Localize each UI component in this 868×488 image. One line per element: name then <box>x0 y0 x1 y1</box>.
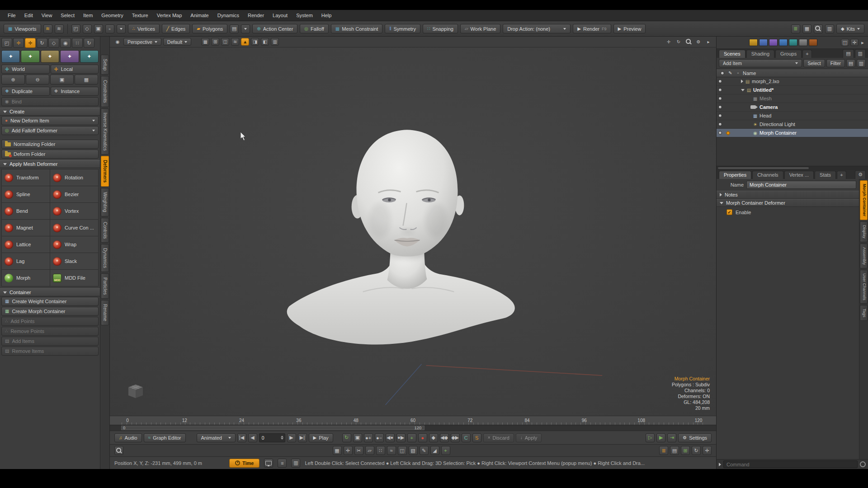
tab-deformers[interactable]: Deformers <box>101 156 109 187</box>
bind-button[interactable]: ◉Bind <box>1 97 99 106</box>
vertex-dots-icon[interactable]: ∷ <box>376 446 385 455</box>
dynamics-palette-icon[interactable] <box>789 39 797 46</box>
add-item-dropdown[interactable]: Add Item <box>719 59 802 67</box>
snap-tool-icon[interactable]: ∷ <box>72 38 83 48</box>
properties-gear-icon[interactable]: ⚙ <box>855 170 866 179</box>
notes-section-header[interactable]: Notes <box>717 191 859 199</box>
unparent-tool-icon[interactable]: ⊖ <box>26 75 49 84</box>
pan-view-icon[interactable]: ✛ <box>665 38 673 46</box>
rotate-tool-icon[interactable]: ↻ <box>37 38 47 48</box>
orbit-view-icon[interactable]: ↻ <box>675 38 683 46</box>
tab-scenes[interactable]: Scenes <box>719 50 745 58</box>
measure-icon[interactable]: ◢ <box>430 446 439 455</box>
tree-row-mesh[interactable]: ▦ Mesh <box>717 94 868 103</box>
expander-icon[interactable] <box>741 80 743 83</box>
deformer-lag[interactable]: Lag <box>2 253 50 269</box>
symmetry-button[interactable]: ‖Symmetry <box>385 24 420 33</box>
curve-icon[interactable]: ≈ <box>387 446 396 455</box>
scale-tool-icon[interactable]: ◇ <box>48 38 59 48</box>
compensate-icon[interactable]: ▣ <box>50 75 74 84</box>
viewports-button[interactable]: ▦Viewports <box>4 24 41 33</box>
grid-toggle-icon[interactable]: ▦ <box>201 38 209 46</box>
enable-checkbox[interactable]: ✓ <box>726 209 732 215</box>
world-axis-button[interactable]: ✛World <box>1 65 50 74</box>
uv-palette-icon[interactable] <box>759 39 768 46</box>
morph-container-deformer-header[interactable]: Morph Container Deformer <box>717 199 859 207</box>
tab-inverse-kinematics[interactable]: Inverse Kinematics <box>101 108 109 155</box>
tree-row-current-scene[interactable]: ▤ Untitled* <box>717 86 868 94</box>
play-range-icon[interactable]: ▶ <box>656 433 665 442</box>
scissors-icon[interactable]: ✂ <box>354 446 363 455</box>
go-to-end-icon[interactable]: ▶| <box>298 433 307 442</box>
matcap-icon[interactable]: ≋ <box>231 38 239 46</box>
select-mode-icon[interactable]: ◰ <box>71 24 80 33</box>
active-shading-icon[interactable]: ▲ <box>241 38 249 46</box>
kit-palette-icon[interactable] <box>809 39 817 46</box>
add-points-button[interactable]: ∴Add Points <box>1 317 99 326</box>
sync-icon[interactable]: ↻ <box>692 446 701 455</box>
work-plane-button[interactable]: ▱Work Plane <box>460 24 500 33</box>
item-list-empty-area[interactable] <box>717 137 868 166</box>
deformer-mdd-file[interactable]: MDDMDD File <box>50 270 98 286</box>
menu-file[interactable]: File <box>4 11 20 19</box>
timeline-ruler[interactable]: 0 12 24 36 48 60 72 84 96 108 120 <box>110 416 716 425</box>
add-tab-button[interactable]: + <box>802 50 811 58</box>
render-button[interactable]: ▶RenderF9 <box>573 24 611 33</box>
deformer-enabled-icon[interactable] <box>726 131 731 135</box>
ik-palette-icon[interactable]: ✦ <box>1 50 20 63</box>
menu-help[interactable]: Help <box>317 11 336 19</box>
viewport-options-icon[interactable]: ◉ <box>113 38 122 46</box>
deformer-vortex[interactable]: Vortex <box>50 203 98 219</box>
instance-button[interactable]: ❖Instance <box>51 87 99 96</box>
list-options-icon[interactable]: ▤ <box>843 49 854 58</box>
item-name-field[interactable] <box>746 181 856 189</box>
tab-rename[interactable]: Rename <box>101 300 109 325</box>
paint-palette-icon[interactable] <box>749 39 758 46</box>
tab-weighting[interactable]: Weighting <box>101 188 109 216</box>
create-section-header[interactable]: Create <box>0 108 100 116</box>
shading-dropdown[interactable]: Default <box>163 38 191 46</box>
timeline-range-bar[interactable]: 0 120 <box>110 425 716 431</box>
select-dropdown-icon[interactable] <box>117 24 126 33</box>
pivot-tool-icon[interactable]: ◉ <box>60 38 71 48</box>
tree-row-morph-container[interactable]: ◉ Morph Container <box>717 129 868 137</box>
cube-primitive-icon[interactable]: ▦ <box>333 446 342 455</box>
frame-input[interactable] <box>259 435 281 441</box>
element-select-icon[interactable]: ▫ <box>105 24 114 33</box>
quad-view-icon[interactable]: ⊞ <box>211 38 219 46</box>
remove-points-button[interactable]: ∴Remove Points <box>1 327 99 336</box>
tree-row-directional-light[interactable]: ☀ Directional Light <box>717 120 868 129</box>
deformer-morph[interactable]: Morph <box>2 270 50 286</box>
graph-editor-button[interactable]: ≈Graph Editor <box>144 433 186 442</box>
eye-icon[interactable] <box>718 105 722 109</box>
select-tool-icon[interactable]: ◰ <box>1 38 12 48</box>
tree-row-scene-file[interactable]: ▤ morph_2.lxo <box>717 77 868 86</box>
falloff-button[interactable]: ◎Falloff <box>300 24 329 33</box>
frame-spinner[interactable] <box>281 436 285 440</box>
rtab-assembly[interactable]: Assembly <box>860 244 868 268</box>
step-forward-icon[interactable]: ⇥ <box>667 433 676 442</box>
settings-button[interactable]: ⚙Settings <box>678 433 712 442</box>
transform-tool-icon[interactable]: ✛ <box>25 38 36 48</box>
panel-pin-icon[interactable]: ✛ <box>850 39 859 46</box>
create-morph-container-button[interactable]: ▦Create Morph Container <box>1 307 99 316</box>
deformer-lattice[interactable]: Lattice <box>2 236 50 253</box>
command-input[interactable] <box>723 460 858 468</box>
setup-palette-icon[interactable] <box>799 39 807 46</box>
new-deform-item-dropdown[interactable]: ●New Deform Item <box>1 116 99 125</box>
rtab-user-channels[interactable]: User Channels <box>860 270 868 304</box>
move-tool-icon[interactable]: ✛ <box>13 38 24 48</box>
deformer-curve-constraint[interactable]: Curve Con ... <box>50 220 98 236</box>
viewport-more-icon[interactable]: ▸ <box>704 38 712 46</box>
menu-view[interactable]: View <box>38 11 57 19</box>
tab-controls[interactable]: Controls <box>101 218 109 243</box>
shape-key-icon[interactable]: S <box>472 433 481 442</box>
tab-setup[interactable]: Setup <box>101 55 109 75</box>
menu-dynamics[interactable]: Dynamics <box>213 11 243 19</box>
deformer-rotation[interactable]: Rotation <box>50 169 98 186</box>
deformer-bezier[interactable]: Bezier <box>50 186 98 202</box>
vertices-mode-button[interactable]: ∴Vertices <box>128 24 160 33</box>
filter-rows-icon[interactable]: ▤ <box>846 59 855 67</box>
texture-icon[interactable]: ▥ <box>271 38 279 46</box>
add-track-icon[interactable]: + <box>407 433 416 442</box>
